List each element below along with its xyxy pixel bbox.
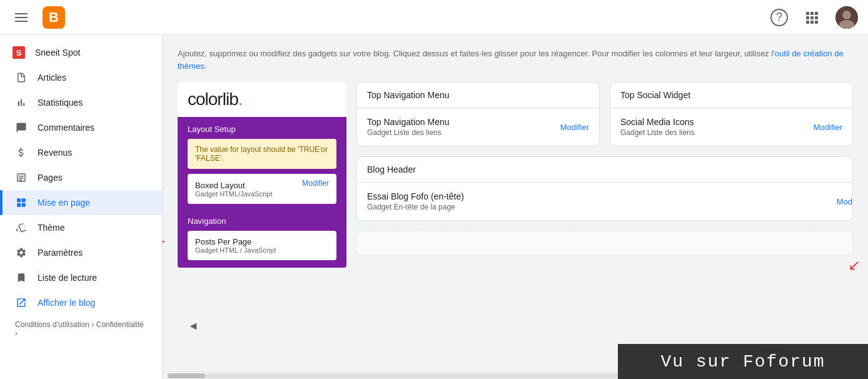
layout-setup-section: Layout Setup The value for layout should… (178, 117, 346, 216)
top-social-widget-title: Social Media Icons (620, 117, 842, 127)
layout-area: colorlib. Layout Setup The value for lay… (178, 82, 853, 268)
boxed-layout-modifier[interactable]: Modifier (302, 179, 329, 188)
blogger-logo: B (43, 6, 65, 29)
svg-rect-0 (806, 12, 809, 15)
articles-icon (15, 71, 28, 84)
commentaires-icon (15, 121, 28, 134)
afficher-blog-icon (15, 296, 28, 309)
top-social-modifier[interactable]: Modifier (814, 123, 842, 132)
footer-conditions[interactable]: Conditions d'utilisation (15, 320, 89, 329)
sidebar-item-pages[interactable]: Pages (0, 165, 162, 190)
liste-lecture-icon (15, 271, 28, 284)
blog-header-panel: Blog Header Essai Blog Fofo (en-tête) Ga… (356, 156, 853, 221)
parametres-icon (15, 246, 28, 259)
preview-colorlib: colorlib. (178, 82, 346, 117)
empty-panel (356, 231, 853, 256)
top-nav-panel-header: Top Navigation Menu (357, 83, 599, 108)
preview-panel: colorlib. Layout Setup The value for lay… (178, 82, 346, 268)
sidebar-item-commentaires[interactable]: Commentaires (0, 115, 162, 140)
sidebar-item-revenus[interactable]: Revenus (0, 140, 162, 165)
layout-warning: The value for layout should be 'TRUE'or … (188, 139, 336, 169)
svg-rect-5 (815, 16, 818, 19)
sidebar-item-afficher-blog[interactable]: Afficher le blog (0, 290, 162, 315)
sidebar-item-liste-lecture[interactable]: Liste de lecture (0, 265, 162, 290)
svg-rect-1 (810, 12, 814, 15)
theme-label: Thème (38, 223, 65, 233)
statistiques-label: Statistiques (38, 98, 83, 108)
pages-icon (15, 171, 28, 184)
liste-lecture-label: Liste de lecture (38, 273, 97, 283)
mise-en-page-label: Mise en page (38, 198, 90, 208)
topbar-right: ? (770, 6, 858, 29)
blog-header-modifier[interactable]: Mod (834, 197, 852, 206)
svg-point-10 (842, 11, 851, 19)
colorlib-dot: . (238, 89, 243, 109)
top-nav-widget-title: Top Navigation Menu (367, 117, 589, 127)
top-nav-widget-sub: Gadget Liste des liens (367, 128, 589, 137)
colorlib-logo: colorlib. (188, 89, 336, 109)
right-panels: Top Navigation Menu Top Navigation Menu … (356, 82, 853, 268)
red-arrow-corner: ↙ (848, 256, 860, 274)
sidebar: S Sneeit Spot Articles Statistiques Comm… (0, 35, 163, 379)
top-nav-panel: Top Navigation Menu Top Navigation Menu … (356, 82, 600, 146)
topbar-left: B (10, 6, 65, 29)
posts-per-page-card[interactable]: Posts Per Page Gadget HTML / JavaScript (188, 231, 336, 260)
boxed-layout-sub: Gadget HTML/JavaScript (195, 190, 329, 198)
parametres-label: Paramètres (38, 248, 83, 258)
sidebar-item-parametres[interactable]: Paramètres (0, 240, 162, 265)
sidebar-item-theme[interactable]: Thème (0, 215, 162, 240)
svg-rect-3 (806, 16, 809, 19)
navigation-title: Navigation (188, 216, 336, 226)
top-social-widget-sub: Gadget Liste des liens (620, 128, 842, 137)
sidebar-item-articles[interactable]: Articles (0, 65, 162, 90)
top-social-panel: Top Social Widget Social Media Icons Gad… (610, 82, 853, 146)
svg-rect-8 (815, 21, 818, 24)
help-button[interactable]: ? (770, 9, 788, 26)
statistiques-icon (15, 96, 28, 109)
top-social-widget-item[interactable]: Social Media Icons Gadget Liste des lien… (610, 108, 852, 146)
scrollbar-thumb (168, 373, 205, 378)
apps-button[interactable] (800, 6, 823, 29)
sidebar-item-mise-en-page[interactable]: Mise en page (0, 190, 162, 215)
blog-icon: S (13, 46, 25, 59)
posts-per-page-sub: Gadget HTML / JavaScript (195, 246, 329, 254)
avatar[interactable] (835, 6, 858, 29)
left-scroll-arrow[interactable]: ◄ (188, 320, 199, 333)
blog-header-widget-sub: Gadget En-tête de la page (367, 203, 842, 211)
main-content: Ajoutez, supprimez ou modifiez des gadge… (163, 35, 868, 379)
footer-confidentialite[interactable]: Confidentialité (96, 320, 144, 329)
svg-rect-4 (810, 16, 814, 19)
foforum-overlay: Vu sur Foforum (618, 344, 868, 379)
panel-row-header: Blog Header Essai Blog Fofo (en-tête) Ga… (356, 156, 853, 221)
svg-rect-7 (810, 21, 814, 24)
revenus-icon (15, 146, 28, 159)
pages-label: Pages (38, 173, 63, 183)
top-nav-modifier[interactable]: Modifier (560, 123, 589, 132)
svg-rect-6 (806, 21, 809, 24)
menu-button[interactable] (10, 6, 33, 29)
blog-header-widget-item[interactable]: Essai Blog Fofo (en-tête) Gadget En-tête… (357, 183, 852, 220)
sidebar-blog-name[interactable]: S Sneeit Spot (0, 40, 162, 65)
top-nav-widget-item[interactable]: Top Navigation Menu Gadget Liste des lie… (357, 108, 599, 146)
mise-en-page-icon (15, 196, 28, 209)
svg-rect-2 (815, 12, 818, 15)
boxed-layout-title: Boxed Layout (195, 181, 245, 190)
blog-header-panel-header: Blog Header (357, 157, 852, 183)
layout-setup-title: Layout Setup (188, 124, 336, 134)
panel-row-top: Top Navigation Menu Top Navigation Menu … (356, 82, 853, 146)
info-text: Ajoutez, supprimez ou modifiez des gadge… (178, 48, 853, 72)
boxed-layout-card[interactable]: Boxed Layout Modifier Gadget HTML/JavaSc… (188, 174, 336, 204)
articles-label: Articles (38, 73, 66, 83)
hamburger-icon (13, 11, 30, 24)
sidebar-item-statistiques[interactable]: Statistiques (0, 90, 162, 115)
posts-per-page-title: Posts Per Page (195, 237, 329, 246)
foforum-text: Vu sur Foforum (660, 352, 825, 371)
commentaires-label: Commentaires (38, 123, 94, 133)
topbar: B ? (0, 0, 868, 35)
blog-name-label: Sneeit Spot (35, 48, 80, 58)
revenus-label: Revenus (38, 148, 72, 158)
blog-header-widget-title: Essai Blog Fofo (en-tête) (367, 191, 842, 201)
top-social-panel-header: Top Social Widget (610, 83, 852, 108)
panel-row-empty (356, 231, 853, 256)
afficher-blog-label: Afficher le blog (38, 298, 95, 308)
